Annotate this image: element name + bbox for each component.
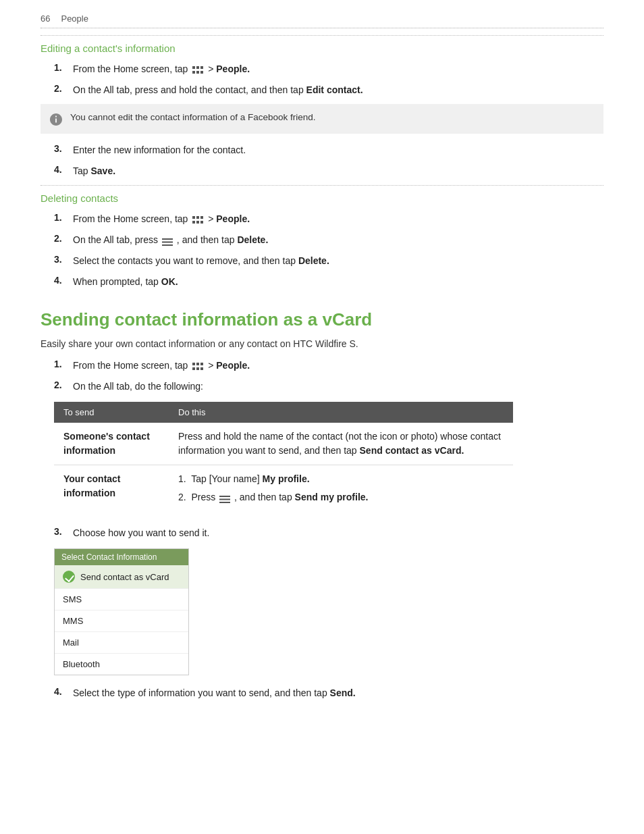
svg-rect-20 [200, 367, 203, 370]
app-grid-icon [192, 65, 204, 74]
vcard-step-2: 2. On the All tab, do the following: [41, 380, 603, 394]
vcard-steps: 1. From the Home screen, tap > People. [41, 359, 603, 394]
editing-step-2: 2. On the All tab, press and hold the co… [41, 83, 603, 97]
step-text: Enter the new information for the contac… [73, 143, 603, 157]
svg-rect-17 [200, 363, 203, 365]
step-text: Select the contacts you want to remove, … [73, 254, 603, 268]
section-title-deleting: Deleting contacts [41, 185, 603, 204]
step-text: Choose how you want to send it. [73, 526, 603, 540]
section-editing: Editing a contact's information 1. From … [41, 35, 603, 178]
step-num: 3. [54, 143, 70, 154]
menu-icon [162, 236, 173, 245]
svg-rect-21 [219, 496, 230, 497]
editing-step-3: 3. Enter the new information for the con… [41, 143, 603, 157]
step-text: On the All tab, press , and then tap Del… [73, 233, 603, 247]
bold-save: Save. [90, 165, 115, 176]
step-text: Select the type of information you want … [73, 686, 603, 700]
section-title-editing: Editing a contact's information [41, 35, 603, 54]
bold-your-contact: Your contact information [63, 473, 121, 498]
step-text: From the Home screen, tap > People. [73, 212, 603, 226]
step-num: 1. [54, 359, 70, 369]
nested-steps: 1. Tap [Your name] My profile. 2. Press [178, 472, 504, 504]
dialog-label-vcard: Send contact as vCard [80, 572, 169, 582]
step-text: On the All tab, press and hold the conta… [73, 83, 603, 97]
step-text: From the Home screen, tap > People. [73, 359, 603, 373]
page-header-title: People [61, 14, 88, 24]
step-num: 4. [54, 686, 70, 697]
table-row: Someone's contact information Press and … [54, 423, 513, 465]
bold-delete: Delete. [237, 234, 268, 245]
svg-rect-18 [192, 367, 195, 370]
dialog-label-mail: Mail [63, 637, 79, 648]
step-num: 2. [54, 380, 70, 390]
step-text: Tap Save. [73, 164, 603, 178]
step-num: 4. [54, 164, 70, 175]
deleting-step-3: 3. Select the contacts you want to remov… [41, 254, 603, 268]
section-deleting: Deleting contacts 1. From the Home scree… [41, 185, 603, 289]
page-header: 66 People [41, 14, 603, 28]
step-text: On the All tab, do the following: [73, 380, 603, 394]
step-num: 2. [54, 83, 70, 94]
deleting-step-4: 4. When prompted, tap OK. [41, 275, 603, 289]
table-cell-your: Your contact information [54, 465, 169, 516]
editing-step-4: 4. Tap Save. [41, 164, 603, 178]
editing-steps-1: 1. From the Home screen, tap > People. [41, 62, 603, 97]
note-icon [49, 112, 63, 127]
svg-rect-16 [196, 363, 199, 365]
nested-step-2: 2. Press , and then tap Send my profile. [178, 490, 504, 504]
note-box: You cannot edit the contact information … [41, 104, 603, 134]
dialog-label-bluetooth: Bluetooth [63, 659, 100, 669]
dialog-option-bluetooth: Bluetooth [55, 654, 188, 675]
svg-rect-1 [196, 66, 199, 69]
vcard-step-3: 3. Choose how you want to send it. [41, 526, 603, 540]
bold-edit-contact: Edit contact. [306, 84, 363, 95]
section-vcard: Sending contact information as a vCard E… [41, 309, 603, 700]
dialog-screenshot: Select Contact Information Send contact … [54, 548, 189, 675]
svg-rect-22 [219, 498, 230, 500]
big-section-title: Sending contact information as a vCard [41, 309, 603, 330]
section-intro: Easily share your own contact informatio… [41, 338, 603, 349]
bold-people: People. [216, 213, 250, 224]
bold-delete2: Delete. [298, 255, 329, 266]
bold-people: People. [216, 63, 250, 74]
menu-icon [219, 494, 230, 502]
deleting-steps: 1. From the Home screen, tap > People. [41, 212, 603, 289]
vcard-step4-list: 4. Select the type of information you wa… [41, 686, 603, 700]
bold-myprofile: My profile. [263, 473, 310, 484]
step-num: 2. [54, 233, 70, 244]
dialog-option-vcard: Send contact as vCard [55, 565, 188, 589]
nested-step-1: 1. Tap [Your name] My profile. [178, 472, 504, 486]
table-cell-your-do: 1. Tap [Your name] My profile. 2. Press [169, 465, 513, 516]
vcard-step3-list: 3. Choose how you want to send it. [41, 526, 603, 540]
editing-steps-2: 3. Enter the new information for the con… [41, 143, 603, 178]
page-number: 66 [41, 14, 50, 24]
table-row: Your contact information 1. Tap [Your na… [54, 465, 513, 516]
vcard-table: To send Do this Someone's contact inform… [54, 402, 513, 515]
table-cell-someone-do: Press and hold the name of the contact (… [169, 423, 513, 465]
dialog-option-sms: SMS [55, 589, 188, 610]
svg-rect-13 [162, 241, 173, 242]
svg-rect-23 [219, 502, 230, 503]
svg-rect-4 [196, 71, 199, 74]
step-num: 3. [54, 526, 70, 537]
svg-rect-6 [192, 216, 195, 219]
dialog-title-bar: Select Contact Information [55, 549, 188, 565]
table-header-tosend: To send [54, 402, 169, 423]
svg-rect-9 [192, 221, 195, 224]
svg-rect-14 [162, 244, 173, 246]
deleting-step-1: 1. From the Home screen, tap > People. [41, 212, 603, 226]
vcard-step-4: 4. Select the type of information you wa… [41, 686, 603, 700]
bold-send-vcard: Send contact as vCard. [360, 445, 464, 456]
bold-people: People. [216, 360, 250, 371]
app-grid-icon [192, 215, 204, 224]
bold-ok: OK. [161, 276, 178, 287]
step-num: 3. [54, 254, 70, 265]
svg-rect-0 [192, 66, 195, 69]
dialog-option-mail: Mail [55, 632, 188, 654]
svg-rect-2 [200, 66, 203, 69]
bold-send-myprofile: Send my profile. [295, 492, 369, 502]
svg-rect-5 [200, 71, 203, 74]
bold-send: Send. [330, 687, 356, 698]
step-text: When prompted, tap OK. [73, 275, 603, 289]
svg-rect-15 [192, 363, 195, 365]
